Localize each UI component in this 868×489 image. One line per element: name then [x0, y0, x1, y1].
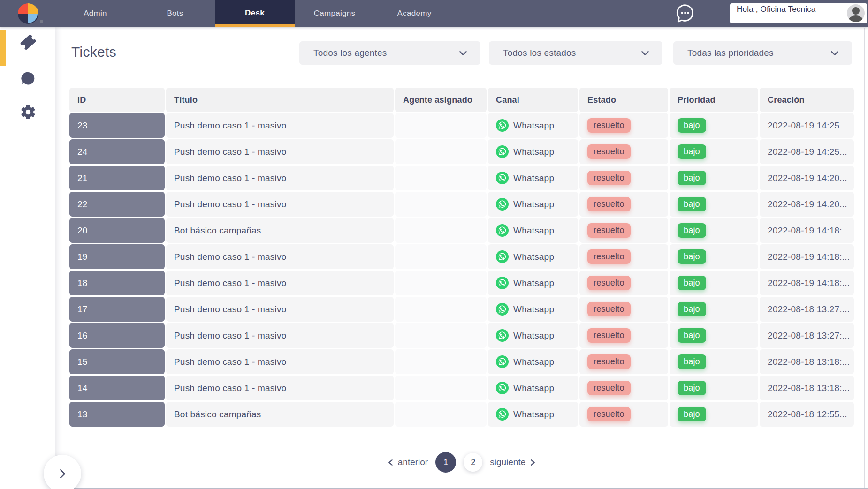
- agents-filter-dropdown[interactable]: Todos los agentes: [299, 41, 480, 65]
- channel-cell: Whatsapp: [488, 376, 578, 400]
- table-row[interactable]: 20 Bot básico campañas Whatsapp resuelto…: [69, 218, 854, 243]
- chevron-right-icon: [530, 459, 535, 466]
- messages-bubble-icon[interactable]: [674, 3, 696, 24]
- status-cell: resuelto: [579, 402, 668, 427]
- sidebar-expand-button[interactable]: [44, 455, 81, 489]
- whatsapp-icon: [496, 277, 509, 289]
- created-at-cell: 2022-08-19 14:20...: [760, 166, 854, 190]
- sidebar-item-chats[interactable]: [20, 70, 37, 87]
- sidebar-item-settings[interactable]: [20, 104, 37, 120]
- channel-cell: Whatsapp: [488, 166, 578, 190]
- assigned-agent-cell: [395, 218, 487, 243]
- status-cell: resuelto: [579, 271, 668, 295]
- ticket-id-cell: 15: [69, 349, 165, 374]
- pagination: anterior 1 2 siguiente: [69, 452, 854, 473]
- page-button-2[interactable]: 2: [464, 453, 482, 472]
- table-row[interactable]: 21 Push demo caso 1 - masivo Whatsapp re…: [69, 166, 854, 190]
- status-badge: resuelto: [587, 354, 631, 369]
- assigned-agent-cell: [395, 297, 487, 322]
- avatar-head: [852, 7, 860, 15]
- whatsapp-icon: [496, 355, 509, 368]
- table-row[interactable]: 18 Push demo caso 1 - masivo Whatsapp re…: [69, 271, 854, 295]
- ticket-title-cell: Push demo caso 1 - masivo: [166, 349, 394, 374]
- priority-badge: bajo: [678, 249, 706, 264]
- channel-label: Whatsapp: [513, 199, 554, 210]
- table-row[interactable]: 22 Push demo caso 1 - masivo Whatsapp re…: [69, 192, 854, 217]
- nav-tab-bots[interactable]: Bots: [135, 0, 215, 27]
- ticket-id-cell: 20: [69, 218, 165, 243]
- table-row[interactable]: 14 Push demo caso 1 - masivo Whatsapp re…: [69, 376, 854, 400]
- table-row[interactable]: 16 Push demo caso 1 - masivo Whatsapp re…: [69, 323, 854, 348]
- gear-icon: [20, 104, 37, 120]
- channel-label: Whatsapp: [513, 383, 554, 393]
- table-row[interactable]: 19 Push demo caso 1 - masivo Whatsapp re…: [69, 244, 854, 269]
- sidebar-item-tickets[interactable]: [20, 34, 37, 51]
- user-menu[interactable]: Hola , Oficina Tecnica: [730, 3, 867, 23]
- assigned-agent-cell: [395, 113, 487, 138]
- ticket-title-cell: Push demo caso 1 - masivo: [166, 244, 394, 269]
- assigned-agent-cell: [395, 376, 487, 400]
- status-badge: resuelto: [587, 223, 631, 238]
- channel-cell: Whatsapp: [488, 139, 578, 164]
- page-button-1[interactable]: 1: [435, 452, 456, 473]
- priority-cell: bajo: [670, 166, 758, 190]
- nav-tab-admin[interactable]: Admin: [55, 0, 135, 27]
- table-header-row: ID Título Agente asignado Canal Estado P…: [69, 88, 854, 112]
- table-row[interactable]: 17 Push demo caso 1 - masivo Whatsapp re…: [69, 297, 854, 322]
- status-cell: resuelto: [579, 323, 668, 348]
- status-badge: resuelto: [587, 171, 631, 185]
- priorities-filter-value: Todas las prioridades: [687, 48, 774, 58]
- table-row[interactable]: 23 Push demo caso 1 - masivo Whatsapp re…: [69, 113, 854, 138]
- priorities-filter-dropdown[interactable]: Todas las prioridades: [673, 41, 852, 65]
- col-header-prioridad: Prioridad: [670, 88, 758, 112]
- brand-logo-icon[interactable]: [18, 3, 38, 24]
- nav-tab-desk[interactable]: Desk: [215, 0, 295, 27]
- priority-cell: bajo: [670, 244, 758, 269]
- whatsapp-icon: [496, 224, 509, 237]
- channel-label: Whatsapp: [513, 304, 554, 315]
- nav-tab-academy[interactable]: Academy: [374, 0, 454, 27]
- next-page-button[interactable]: siguiente: [490, 457, 535, 467]
- status-cell: resuelto: [579, 218, 668, 243]
- priority-cell: bajo: [670, 297, 758, 322]
- priority-badge: bajo: [678, 328, 706, 343]
- status-badge: resuelto: [587, 328, 631, 343]
- prev-page-button[interactable]: anterior: [388, 457, 428, 467]
- priority-cell: bajo: [670, 376, 758, 400]
- ticket-title-cell: Push demo caso 1 - masivo: [166, 376, 394, 400]
- status-badge: resuelto: [587, 381, 631, 395]
- table-row[interactable]: 15 Push demo caso 1 - masivo Whatsapp re…: [69, 349, 854, 374]
- channel-cell: Whatsapp: [488, 218, 578, 243]
- ticket-id-cell: 17: [69, 297, 165, 322]
- priority-badge: bajo: [678, 197, 706, 211]
- col-header-canal: Canal: [488, 88, 578, 112]
- assigned-agent-cell: [395, 244, 487, 269]
- whatsapp-icon: [496, 119, 509, 132]
- channel-cell: Whatsapp: [488, 113, 578, 138]
- ticket-icon: [20, 34, 37, 51]
- priority-badge: bajo: [678, 276, 706, 290]
- prev-page-label: anterior: [398, 457, 428, 467]
- created-at-cell: 2022-08-18 13:27:...: [760, 297, 854, 322]
- priority-cell: bajo: [670, 349, 758, 374]
- channel-cell: Whatsapp: [488, 297, 578, 322]
- assigned-agent-cell: [395, 349, 487, 374]
- col-header-creacion: Creación: [760, 88, 854, 112]
- table-row[interactable]: 13 Bot básico campañas Whatsapp resuelto…: [69, 402, 854, 427]
- ticket-id-cell: 14: [69, 376, 165, 400]
- priority-badge: bajo: [678, 118, 706, 133]
- ticket-id-cell: 21: [69, 166, 165, 190]
- assigned-agent-cell: [395, 271, 487, 295]
- whatsapp-icon: [496, 250, 509, 263]
- states-filter-dropdown[interactable]: Todos los estados: [489, 41, 662, 65]
- status-cell: resuelto: [579, 297, 668, 322]
- status-cell: resuelto: [579, 192, 668, 217]
- table-row[interactable]: 24 Push demo caso 1 - masivo Whatsapp re…: [69, 139, 854, 164]
- col-header-estado: Estado: [579, 88, 668, 112]
- channel-cell: Whatsapp: [488, 271, 578, 295]
- chevron-down-icon: [641, 51, 649, 56]
- status-badge: resuelto: [587, 118, 631, 133]
- desk-app: Admin Bots Desk Campaigns Academy Hola ,…: [0, 0, 868, 489]
- channel-label: Whatsapp: [513, 173, 554, 183]
- nav-tab-campaigns[interactable]: Campaigns: [295, 0, 374, 27]
